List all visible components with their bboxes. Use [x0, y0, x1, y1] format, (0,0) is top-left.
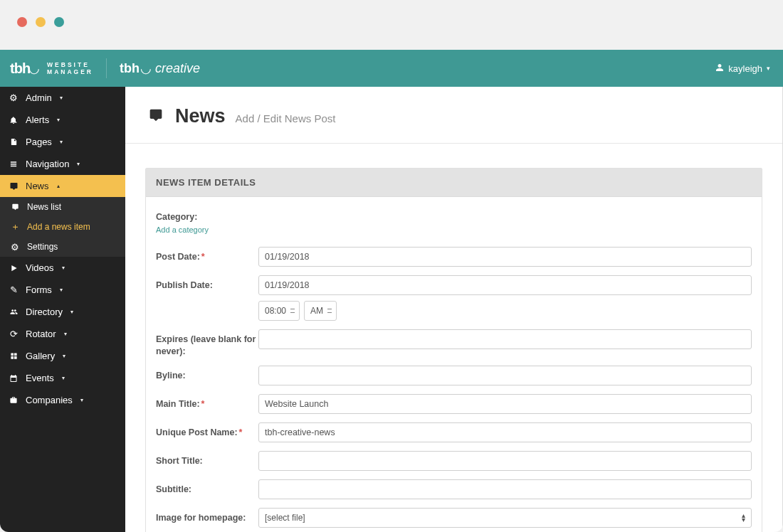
- sidebar-item-label: Pages: [26, 137, 52, 147]
- sidebar-item-rotator[interactable]: ⟳ Rotator ▾: [0, 323, 125, 345]
- caret-up-icon: ▴: [57, 183, 60, 189]
- caret-down-icon: ▾: [64, 331, 67, 337]
- subtitle-input[interactable]: [258, 479, 752, 499]
- file-icon: [9, 137, 19, 147]
- sidebar-item-news[interactable]: News ▴: [0, 175, 125, 197]
- page-subtitle: Add / Edit News Post: [236, 112, 336, 124]
- pencil-icon: ✎: [9, 285, 19, 295]
- logo-subtitle: WEBSITE MANAGER: [47, 61, 93, 75]
- play-icon: [9, 263, 19, 273]
- minimize-window-button[interactable]: [36, 17, 46, 27]
- chevron-down-icon: ▾: [767, 65, 770, 72]
- sidebar-item-label: Rotator: [26, 329, 56, 339]
- sidebar-item-events[interactable]: Events ▾: [0, 367, 125, 389]
- caret-down-icon: ▾: [60, 287, 63, 293]
- user-name: kayleigh: [728, 63, 762, 74]
- sidebar-item-label: Videos: [26, 262, 54, 273]
- user-menu[interactable]: kayleigh ▾: [715, 63, 770, 74]
- sidebar-sub-add-news[interactable]: ＋ Add a news item: [0, 217, 125, 237]
- label-main-title: Main Title:*: [156, 394, 258, 410]
- caret-down-icon: ▾: [63, 353, 65, 359]
- list-icon: [9, 159, 19, 169]
- speech-icon: [10, 202, 20, 212]
- sidebar-item-label: News: [26, 181, 49, 191]
- label-publish-date: Publish Date:: [156, 275, 258, 291]
- topbar: tbh ◡ WEBSITE MANAGER tbh◡creative kayle…: [0, 50, 783, 87]
- sidebar-item-alerts[interactable]: Alerts ▾: [0, 109, 125, 131]
- caret-down-icon: ▾: [62, 265, 65, 271]
- logo-smile-icon: ◡: [140, 60, 152, 76]
- label-image-homepage: Image for homepage:: [156, 508, 258, 523]
- page-header: News Add / Edit News Post: [125, 87, 782, 144]
- logo-smile-icon: ◡: [28, 60, 40, 76]
- sidebar-item-videos[interactable]: Videos ▾: [0, 257, 125, 279]
- publish-date-input[interactable]: [258, 275, 752, 295]
- main-content: News Add / Edit News Post NEWS ITEM DETA…: [125, 87, 783, 532]
- panel-header: NEWS ITEM DETAILS: [146, 169, 762, 197]
- post-date-input[interactable]: [258, 247, 752, 267]
- close-window-button[interactable]: [17, 17, 27, 27]
- gear-icon: ⚙: [9, 93, 19, 103]
- sidebar-item-forms[interactable]: ✎ Forms ▾: [0, 279, 125, 301]
- byline-input[interactable]: [258, 366, 752, 385]
- sidebar-item-label: Add a news item: [27, 222, 90, 232]
- divider: [106, 58, 107, 78]
- publish-time-select[interactable]: 08:00: [258, 301, 300, 321]
- page-title: News: [175, 105, 226, 127]
- speech-icon: [148, 108, 164, 127]
- app-logo: tbh ◡ WEBSITE MANAGER: [0, 60, 93, 77]
- caret-down-icon: ▾: [62, 375, 65, 381]
- gear-icon: ⚙: [10, 242, 20, 252]
- sidebar-item-gallery[interactable]: Gallery ▾: [0, 345, 125, 367]
- label-unique-post-name: Unique Post Name:*: [156, 422, 258, 438]
- label-expires: Expires (leave blank for never):: [156, 329, 258, 357]
- briefcase-icon: [9, 395, 19, 405]
- sidebar-item-navigation[interactable]: Navigation ▾: [0, 153, 125, 175]
- plus-icon: ＋: [10, 222, 20, 232]
- tenant-logo: tbh◡creative: [120, 60, 200, 76]
- sidebar-item-directory[interactable]: Directory ▾: [0, 301, 125, 323]
- grid-icon: [9, 351, 19, 361]
- sidebar-item-companies[interactable]: Companies ▾: [0, 389, 125, 411]
- sidebar-item-label: Gallery: [26, 351, 55, 361]
- add-category-link[interactable]: Add a category: [156, 225, 209, 234]
- label-category: Category:: [156, 207, 258, 223]
- sidebar-sub-news-list[interactable]: News list: [0, 197, 125, 217]
- label-short-title: Short Title:: [156, 451, 258, 467]
- label-byline: Byline:: [156, 366, 258, 381]
- sidebar-item-label: Directory: [26, 307, 63, 317]
- sidebar-sub-news-settings[interactable]: ⚙ Settings: [0, 237, 125, 257]
- logo-mark: tbh ◡: [10, 60, 40, 77]
- caret-down-icon: ▾: [60, 95, 63, 101]
- label-subtitle: Subtitle:: [156, 479, 258, 495]
- caret-down-icon: ▾: [77, 161, 80, 167]
- caret-down-icon: ▾: [70, 309, 73, 315]
- panel-news-details: NEWS ITEM DETAILS Category: Add a catego…: [145, 168, 762, 532]
- speech-icon: [9, 181, 19, 191]
- publish-ampm-select[interactable]: AM: [304, 301, 337, 321]
- label-post-date: Post Date:*: [156, 247, 258, 262]
- refresh-icon: ⟳: [9, 329, 19, 339]
- sidebar: ⚙ Admin ▾ Alerts ▾ Pages ▾ Navigation ▾: [0, 87, 125, 532]
- sidebar-item-label: Settings: [27, 242, 58, 252]
- sidebar-item-label: Events: [26, 373, 54, 383]
- caret-down-icon: ▾: [60, 139, 63, 145]
- sidebar-item-label: News list: [27, 202, 61, 212]
- calendar-icon: [9, 373, 19, 383]
- expires-input[interactable]: [258, 329, 752, 349]
- unique-post-name-input[interactable]: [258, 422, 752, 442]
- main-title-input[interactable]: [258, 394, 752, 414]
- maximize-window-button[interactable]: [54, 17, 64, 27]
- select-arrows-icon: ▴▾: [742, 514, 745, 522]
- window-chrome: [0, 0, 783, 50]
- sidebar-item-label: Admin: [26, 92, 52, 103]
- sidebar-item-pages[interactable]: Pages ▾: [0, 131, 125, 153]
- image-file-select[interactable]: [select file] ▴▾: [258, 508, 752, 528]
- sidebar-item-admin[interactable]: ⚙ Admin ▾: [0, 87, 125, 109]
- logo-text: tbh: [10, 60, 30, 77]
- sidebar-item-label: Navigation: [26, 159, 69, 169]
- users-icon: [9, 307, 19, 317]
- bell-icon: [9, 115, 19, 125]
- short-title-input[interactable]: [258, 451, 752, 471]
- sidebar-item-label: Companies: [26, 395, 73, 405]
